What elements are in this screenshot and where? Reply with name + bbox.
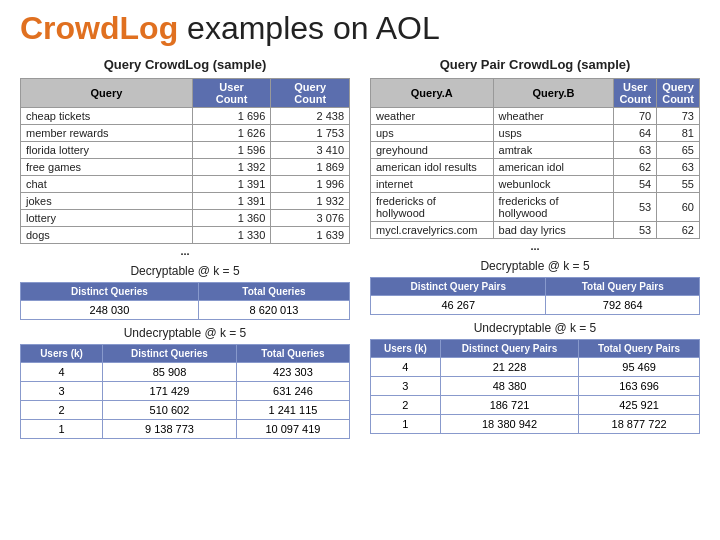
- table-cell: wheather: [493, 108, 614, 125]
- th-user-count: UserCount: [192, 79, 271, 108]
- table-cell: 18 877 722: [579, 415, 700, 434]
- table-cell: 171 429: [103, 382, 237, 401]
- ellipsis-row: ...: [371, 239, 700, 254]
- th-total-query-pairs: Total Query Pairs: [546, 278, 700, 296]
- right-decryptable-stats-row: 46 267 792 864: [371, 296, 700, 315]
- th-distinct-q: Distinct Queries: [103, 345, 237, 363]
- right-panel: Query Pair CrowdLog (sample) Query.A Que…: [370, 57, 700, 439]
- table-cell: 3 076: [271, 210, 350, 227]
- table-cell: 18 380 942: [440, 415, 578, 434]
- table-cell: 53: [614, 193, 657, 222]
- table-cell: fredericks of hollywood: [493, 193, 614, 222]
- table-row: upsusps6481: [371, 125, 700, 142]
- table-cell: 423 303: [236, 363, 349, 382]
- table-row: 485 908423 303: [21, 363, 350, 382]
- table-cell: jokes: [21, 193, 193, 210]
- th-total-q: Total Queries: [236, 345, 349, 363]
- table-cell: 65: [657, 142, 700, 159]
- table-cell: 1 360: [192, 210, 271, 227]
- table-cell: 1 996: [271, 176, 350, 193]
- right-undecryptable-table: Users (k) Distinct Query Pairs Total Que…: [370, 339, 700, 434]
- left-decryptable-table: Distinct Queries Total Queries 248 030 8…: [20, 282, 350, 320]
- table-cell: webunlock: [493, 176, 614, 193]
- table-row: lottery1 3603 076: [21, 210, 350, 227]
- table-cell: 1 626: [192, 125, 271, 142]
- table-cell: 1 639: [271, 227, 350, 244]
- th-r-distinct-qp: Distinct Query Pairs: [440, 340, 578, 358]
- th-r-total-qp: Total Query Pairs: [579, 340, 700, 358]
- table-cell: greyhound: [371, 142, 494, 159]
- table-cell: 1 596: [192, 142, 271, 159]
- table-cell: bad day lyrics: [493, 222, 614, 239]
- table-cell: 10 097 419: [236, 420, 349, 439]
- main-container: Query CrowdLog (sample) Query UserCount …: [20, 57, 700, 439]
- left-undecryptable-label: Undecryptable @ k = 5: [20, 326, 350, 340]
- table-cell: mycl.cravelyrics.com: [371, 222, 494, 239]
- title-crowdlog: CrowdLog: [20, 10, 178, 46]
- table-row: american idol resultsamerican idol6263: [371, 159, 700, 176]
- table-cell: 4: [21, 363, 103, 382]
- table-cell: 3: [371, 377, 441, 396]
- table-cell: 1 391: [192, 193, 271, 210]
- th-r-users-k: Users (k): [371, 340, 441, 358]
- right-panel-title: Query Pair CrowdLog (sample): [370, 57, 700, 72]
- table-cell: 2: [371, 396, 441, 415]
- table-cell: 1 869: [271, 159, 350, 176]
- table-row: chat1 3911 996: [21, 176, 350, 193]
- left-decryptable-label: Decryptable @ k = 5: [20, 264, 350, 278]
- th-pair-query-count: QueryCount: [657, 79, 700, 108]
- table-row: 2510 6021 241 115: [21, 401, 350, 420]
- ellipsis-row: ...: [21, 244, 350, 259]
- table-cell: 62: [614, 159, 657, 176]
- table-cell: 54: [614, 176, 657, 193]
- table-cell: florida lottery: [21, 142, 193, 159]
- table-cell: 81: [657, 125, 700, 142]
- table-row: fredericks of hollywoodfredericks of hol…: [371, 193, 700, 222]
- table-cell: 4: [371, 358, 441, 377]
- table-cell: 1 932: [271, 193, 350, 210]
- left-panel-title: Query CrowdLog (sample): [20, 57, 350, 72]
- table-cell: internet: [371, 176, 494, 193]
- table-cell: 1 330: [192, 227, 271, 244]
- total-qp-val: 792 864: [546, 296, 700, 315]
- table-cell: american idol: [493, 159, 614, 176]
- table-cell: 631 246: [236, 382, 349, 401]
- table-row: 2186 721425 921: [371, 396, 700, 415]
- table-cell: 1 753: [271, 125, 350, 142]
- table-row: florida lottery1 5963 410: [21, 142, 350, 159]
- table-cell: ups: [371, 125, 494, 142]
- distinct-qp-val: 46 267: [371, 296, 546, 315]
- table-cell: fredericks of hollywood: [371, 193, 494, 222]
- table-row: weatherwheather7073: [371, 108, 700, 125]
- th-query-a: Query.A: [371, 79, 494, 108]
- table-cell: 48 380: [440, 377, 578, 396]
- table-cell: 64: [614, 125, 657, 142]
- table-row: 348 380163 696: [371, 377, 700, 396]
- distinct-queries-val: 248 030: [21, 301, 199, 320]
- th-distinct-query-pairs: Distinct Query Pairs: [371, 278, 546, 296]
- table-row: member rewards1 6261 753: [21, 125, 350, 142]
- th-query: Query: [21, 79, 193, 108]
- left-panel: Query CrowdLog (sample) Query UserCount …: [20, 57, 350, 439]
- query-pair-sample-table: Query.A Query.B UserCount QueryCount wea…: [370, 78, 700, 253]
- table-row: jokes1 3911 932: [21, 193, 350, 210]
- table-cell: 1 241 115: [236, 401, 349, 420]
- table-cell: 62: [657, 222, 700, 239]
- th-query-count: QueryCount: [271, 79, 350, 108]
- table-row: dogs1 3301 639: [21, 227, 350, 244]
- table-cell: 63: [657, 159, 700, 176]
- right-decryptable-table: Distinct Query Pairs Total Query Pairs 4…: [370, 277, 700, 315]
- table-cell: 510 602: [103, 401, 237, 420]
- table-cell: 63: [614, 142, 657, 159]
- table-cell: cheap tickets: [21, 108, 193, 125]
- table-cell: 9 138 773: [103, 420, 237, 439]
- table-cell: member rewards: [21, 125, 193, 142]
- table-cell: 425 921: [579, 396, 700, 415]
- table-cell: 3 410: [271, 142, 350, 159]
- table-cell: 2 438: [271, 108, 350, 125]
- table-cell: 1: [21, 420, 103, 439]
- table-row: internetwebunlock5455: [371, 176, 700, 193]
- table-row: 19 138 77310 097 419: [21, 420, 350, 439]
- table-cell: 1 392: [192, 159, 271, 176]
- table-cell: amtrak: [493, 142, 614, 159]
